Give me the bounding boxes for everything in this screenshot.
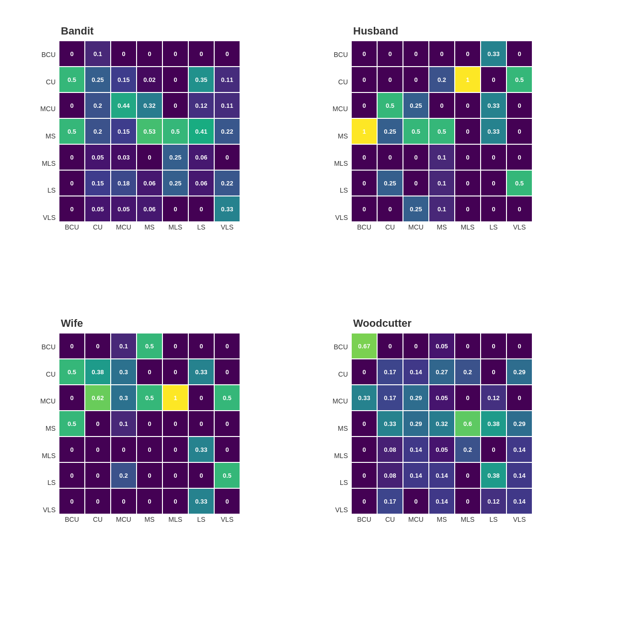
heatmap-cell: 0 xyxy=(507,119,532,144)
heatmap-cell: 0 xyxy=(59,437,84,462)
heatmap-cell: 0.5 xyxy=(137,334,162,358)
heatmap-cell: 0 xyxy=(111,41,136,66)
heatmap-cell: 0.5 xyxy=(507,67,532,92)
heatmap-cell: 0 xyxy=(507,385,532,410)
heatmap-cell: 0.5 xyxy=(507,171,532,196)
heatmap-cell: 0 xyxy=(59,171,84,196)
heatmap-grid-husband: 000000.3300000.2100.500.50.25000.33010.2… xyxy=(352,41,533,221)
heatmap-cell: 0 xyxy=(215,437,240,462)
heatmap-cell: 0.2 xyxy=(85,93,110,118)
row-label-CU: CU xyxy=(327,69,350,94)
heatmap-cell: 0.2 xyxy=(429,67,454,92)
heatmap-cell: 0 xyxy=(189,41,214,66)
row-label-MS: MS xyxy=(34,416,58,441)
col-label-MCU: MCU xyxy=(403,516,428,523)
row-label-BCU: BCU xyxy=(34,334,58,359)
col-label-LS: LS xyxy=(481,516,506,523)
col-label-CU: CU xyxy=(378,516,402,523)
heatmap-cell: 0 xyxy=(163,489,188,514)
heatmap-cell: 0 xyxy=(137,437,162,462)
heatmap-cell: 0.03 xyxy=(111,145,136,170)
heatmap-cell: 0.33 xyxy=(189,489,214,514)
heatmap-cell: 1 xyxy=(352,119,377,144)
heatmap-cell: 0 xyxy=(507,41,532,66)
heatmap-cell: 0.14 xyxy=(429,489,454,514)
heatmap-cell: 0 xyxy=(455,145,480,170)
heatmap-cell: 0.1 xyxy=(111,334,136,358)
heatmap-cell: 0.17 xyxy=(378,385,402,410)
heatmap-cell: 0.08 xyxy=(378,437,402,462)
heatmap-cell: 0 xyxy=(163,196,188,221)
heatmap-cell: 0.44 xyxy=(111,93,136,118)
heatmap-cell: 0 xyxy=(189,196,214,221)
heatmap-cell: 0.25 xyxy=(163,145,188,170)
heatmap-cell: 0 xyxy=(163,437,188,462)
heatmap-cell: 1 xyxy=(163,385,188,410)
heatmap-cell: 0.29 xyxy=(403,411,428,436)
heatmap-cell: 0 xyxy=(163,359,188,384)
heatmap-cell: 0.32 xyxy=(137,93,162,118)
heatmap-cell: 0.18 xyxy=(111,171,136,196)
heatmap-cell: 0 xyxy=(59,489,84,514)
heatmap-cell: 0.33 xyxy=(189,437,214,462)
row-label-LS: LS xyxy=(34,178,58,203)
heatmap-cell: 0.22 xyxy=(215,119,240,144)
heatmap-cell: 0.14 xyxy=(403,437,428,462)
heatmap-cell: 0 xyxy=(455,463,480,488)
heatmap-cell: 0.22 xyxy=(215,171,240,196)
heatmap-cell: 0 xyxy=(59,196,84,221)
panel-husband: HusbandBCUCUMCUMSMLSLSVLS000000.3300000.… xyxy=(327,25,610,308)
heatmap-cell: 0 xyxy=(507,196,532,221)
col-label-MS: MS xyxy=(429,223,454,231)
heatmap-cell: 0 xyxy=(163,411,188,436)
heatmap-cell: 0 xyxy=(455,171,480,196)
heatmap-cell: 0 xyxy=(455,196,480,221)
heatmap-cell: 0.14 xyxy=(507,437,532,462)
heatmap-cell: 0.12 xyxy=(481,489,506,514)
col-label-MCU: MCU xyxy=(403,223,428,231)
heatmap-cell: 0.02 xyxy=(137,67,162,92)
heatmap-cell: 0.6 xyxy=(455,411,480,436)
row-label-VLS: VLS xyxy=(34,497,58,522)
heatmap-cell: 0 xyxy=(403,41,428,66)
heatmap-cell: 0.33 xyxy=(189,359,214,384)
heatmap-cell: 0.2 xyxy=(85,119,110,144)
heatmap-cell: 0 xyxy=(403,67,428,92)
heatmap-cell: 0 xyxy=(111,489,136,514)
heatmap-cell: 0 xyxy=(352,411,377,436)
heatmap-cell: 0 xyxy=(481,437,506,462)
heatmap-cell: 0.05 xyxy=(111,196,136,221)
row-label-LS: LS xyxy=(34,470,58,495)
heatmap-cell: 0.12 xyxy=(189,93,214,118)
heatmap-cell: 0 xyxy=(137,463,162,488)
heatmap-cell: 0.05 xyxy=(85,145,110,170)
heatmap-cell: 0.33 xyxy=(215,196,240,221)
heatmap-cell: 0.5 xyxy=(163,119,188,144)
heatmap-cell: 0 xyxy=(163,67,188,92)
heatmap-cell: 0.14 xyxy=(403,359,428,384)
col-label-LS: LS xyxy=(189,223,214,231)
row-label-BCU: BCU xyxy=(327,334,350,359)
heatmap-cell: 0 xyxy=(352,463,377,488)
heatmap-cell: 0 xyxy=(85,489,110,514)
col-label-MCU: MCU xyxy=(111,223,136,231)
row-label-MS: MS xyxy=(327,124,350,149)
heatmap-cell: 0 xyxy=(507,334,532,358)
row-label-MS: MS xyxy=(34,124,58,149)
heatmap-cell: 0.2 xyxy=(111,463,136,488)
heatmap-cell: 0 xyxy=(59,334,84,358)
heatmap-cell: 0.05 xyxy=(429,385,454,410)
heatmap-grid-woodcutter: 0.67000.0500000.170.140.270.200.290.330.… xyxy=(352,334,533,514)
heatmap-cell: 0 xyxy=(352,489,377,514)
heatmap-cell: 0.06 xyxy=(189,145,214,170)
heatmap-cell: 0.53 xyxy=(137,119,162,144)
heatmap-cell: 0.1 xyxy=(85,41,110,66)
heatmap-cell: 0.33 xyxy=(378,411,402,436)
panel-bandit: BanditBCUCUMCUMSMLSLSVLS00.1000000.50.25… xyxy=(34,25,317,308)
heatmap-cell: 0 xyxy=(429,41,454,66)
heatmap-cell: 0 xyxy=(137,411,162,436)
heatmap-cell: 0 xyxy=(352,67,377,92)
row-label-MLS: MLS xyxy=(327,443,350,468)
heatmap-cell: 0 xyxy=(189,385,214,410)
panel-title-woodcutter: Woodcutter xyxy=(327,317,412,330)
